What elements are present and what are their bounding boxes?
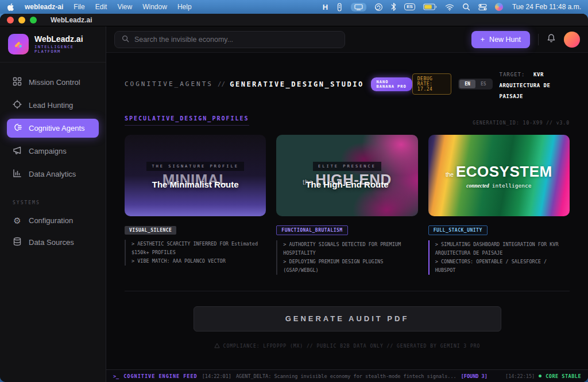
model-badge: NANO BANANA PRO [371,77,412,91]
analysis-line: > AESTHETIC SCARCITY INFERRED FOR Estima… [131,240,266,257]
analysis-line: > AUTHORITY SIGNALS DETECTED FOR PREMIUM… [283,240,417,258]
breadcrumb: COGNITIVE_AGENTS // GENERATIVE_DESIGN_ST… [125,68,570,100]
terminal-feed-bar: >_ COGNITIVE ENGINE FEED [14:22:01] AGEN… [106,369,588,382]
analysis-line: > SIMULATING DASHBOARD INTEGRATION FOR K… [435,240,570,258]
card-preview-high-end[interactable]: ELITE PRESENCE the HIGH-END The High-End… [276,135,417,216]
search-bar[interactable] [114,31,345,48]
new-hunt-label: New Hunt [489,36,521,44]
sidebar-item-cognitive-agents[interactable]: Cognitive Agents [7,119,99,138]
app-window: WebLeadz.ai WebLeadz.ai INTELLIGENCE PLA… [0,14,588,382]
design-profile-cards: THE SIGNATURE PROFILE MINIMAL The Minima… [125,135,570,275]
database-icon [13,237,22,248]
sidebar-item-campaigns[interactable]: Campaigns [7,142,99,161]
page-title: GENERATIVE_DESIGN_STUDIO [230,80,363,88]
sidebar-item-mission-control[interactable]: Mission Control [7,73,99,92]
minimize-window-button[interactable] [18,17,25,24]
brand-name: WebLeadz.ai [34,34,98,45]
compliance-text: COMPLIANCE: LFPDPPP (MX) // PUBLIC B2B D… [223,344,481,349]
brand-tagline: INTELLIGENCE PLATFORM [34,45,98,54]
zoom-window-button[interactable] [30,17,37,24]
sidebar: WebLeadz.ai INTELLIGENCE PLATFORM Missio… [0,26,106,382]
swirl-icon[interactable] [374,2,383,11]
analysis-line: > DEPLOYING PREMIUM DESIGN PLUGINS (GSAP… [283,258,417,275]
sidebar-item-data-sources[interactable]: Data Sources [7,233,99,252]
new-hunt-button[interactable]: + New Hunt [471,31,530,48]
card-badge: FULL_STACK_UNITY [428,225,488,235]
wifi-icon[interactable] [445,2,454,11]
core-status: CORE STABLE [546,373,581,379]
generation-id: GENERATION_ID: 10-X99 // v3.0 [473,120,570,126]
warning-icon [214,343,220,349]
language-toggle: EN ES [458,79,492,89]
card-subtitle-italic: connected [466,183,489,189]
sidebar-item-label: Mission Control [29,78,80,87]
brain-icon [13,123,22,134]
card-analysis: > AESTHETIC SCARCITY INFERRED FOR Estima… [125,240,266,266]
capsule-icon[interactable] [336,2,343,11]
analysis-line: > CONNECTORS: OPENTABLE / SALESFORCE / H… [435,258,570,275]
gear-icon: ⚙ [13,216,22,225]
siri-icon[interactable] [495,3,503,11]
sidebar-item-label: Cognitive Agents [29,124,85,132]
analysis-line: > VIBE MATCH: AAA POLANCO VECTOR [131,257,266,266]
screen-mirroring-icon[interactable] [351,3,366,11]
menu-window[interactable]: Window [142,3,167,11]
target-label: TARGET: [500,72,525,77]
card-eyebrow: ELITE PRESENCE [313,162,381,171]
avatar[interactable] [564,32,580,48]
window-title: WebLeadz.ai [51,16,92,24]
lang-es-option[interactable]: ES [475,80,492,88]
grid-icon [13,77,22,88]
terminal-prompt-icon: >_ [113,373,119,379]
bluetooth-icon[interactable] [391,2,396,11]
lang-en-option[interactable]: EN [459,80,475,88]
close-window-button[interactable] [7,17,14,24]
menubar-clock[interactable]: Tue 24 Feb 11:48 a.m. [512,3,581,11]
sidebar-item-lead-hunting[interactable]: Lead Hunting [7,96,99,115]
section-title: SPECULATIVE_DESIGN_PROFILES [125,115,249,126]
content-divider [125,291,570,291]
spotlight-icon[interactable] [462,2,470,11]
bar-chart-icon [13,169,22,180]
control-center-icon[interactable] [478,2,487,11]
megaphone-icon [13,146,22,157]
debug-rate-badge: DEBUG RATE: 17.24 [412,73,451,95]
profile-card-high-end: ELITE PRESENCE the HIGH-END The High-End… [276,135,417,275]
search-input[interactable] [134,36,338,44]
card-big-prefix: the [446,171,454,178]
sidebar-item-label: Data Analytics [29,170,76,178]
battery-icon[interactable] [423,2,437,11]
card-route-title: The Minimalist Route [152,180,239,189]
macos-menu-bar: webleadz-ai File Edit View Window Help H… [0,0,588,14]
card-big-word: ECOSYSTEM [456,163,552,181]
profile-card-minimal: THE SIGNATURE PROFILE MINIMAL The Minima… [125,135,266,275]
sidebar-item-label: Configuration [29,216,73,225]
h-app-icon[interactable]: H [323,2,328,11]
menu-help[interactable]: Help [177,3,192,11]
menu-file[interactable]: File [74,3,84,11]
apple-menu-icon[interactable] [7,2,14,11]
menu-view[interactable]: View [117,3,132,11]
topbar-divider [538,34,539,45]
breadcrumb-separator: // [218,80,225,88]
terminal-found-badge: [FOUND 3] [461,373,488,379]
input-source-badge[interactable]: ES [404,3,415,10]
brand: WebLeadz.ai INTELLIGENCE PLATFORM [0,26,106,63]
plus-icon: + [481,36,485,44]
terminal-clock: [14:22:15] [505,373,535,379]
compliance-note: COMPLIANCE: LFPDPPP (MX) // PUBLIC B2B D… [125,343,570,349]
menubar-app-name[interactable]: webleadz-ai [25,3,63,11]
card-badge: FUNCTIONAL_BRUTALISM [276,225,347,235]
bell-icon[interactable] [547,33,556,45]
sidebar-item-data-analytics[interactable]: Data Analytics [7,165,99,184]
profile-card-ecosystem: the ECOSYSTEM connected intelligence FUL… [428,135,570,275]
menu-edit[interactable]: Edit [95,3,107,11]
terminal-log-time: [14:22:01] [202,373,231,379]
sidebar-item-label: Campaigns [29,147,67,155]
crosshair-icon [13,100,22,111]
sidebar-item-configuration[interactable]: ⚙ Configuration [7,212,99,229]
card-preview-minimal[interactable]: THE SIGNATURE PROFILE MINIMAL The Minima… [125,135,266,216]
sidebar-item-label: Lead Hunting [29,101,73,110]
generate-audit-pdf-button[interactable]: GENERATE AUDIT PDF [194,306,501,332]
card-preview-ecosystem[interactable]: the ECOSYSTEM connected intelligence [428,135,570,216]
